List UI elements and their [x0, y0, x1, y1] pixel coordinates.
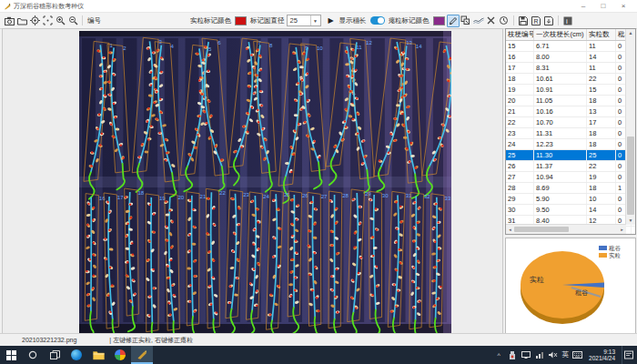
ime-language-indicator[interactable]: 英 — [562, 350, 570, 359]
table-cell: 15 — [587, 85, 616, 95]
zoom-out-icon[interactable] — [66, 15, 79, 27]
table-cell: 20 — [506, 96, 534, 106]
pencil-tool-button[interactable] — [447, 15, 460, 27]
scroll-down-arrow[interactable]: ▼ — [626, 217, 635, 225]
column-header[interactable]: 枝梗编号 — [506, 29, 534, 40]
file-explorer-icon[interactable] — [87, 346, 109, 364]
curve-tool-icon[interactable] — [472, 15, 485, 27]
zoom-in-icon[interactable] — [54, 15, 66, 27]
scroll-left-arrow[interactable]: ◂ — [506, 227, 514, 232]
edge-browser-icon[interactable] — [66, 346, 87, 364]
current-app-icon[interactable] — [131, 346, 153, 364]
table-row[interactable]: 2412.23180 — [506, 139, 635, 150]
blighted-color-swatch[interactable] — [433, 16, 445, 25]
table-row[interactable]: 288.69181 — [506, 183, 635, 194]
table-cell: 11.37 — [534, 161, 587, 171]
svg-text:12: 12 — [366, 40, 372, 46]
toolbar: 编号 实粒标记颜色 标记圆直径 25 ▼ ▶ 显示穗长 瘪粒标记颜色 R i — [0, 13, 637, 29]
table-row[interactable]: 2611.37220 — [506, 161, 635, 172]
column-header[interactable]: 一次枝梗长(cm) — [534, 29, 587, 40]
panicle-photo[interactable]: 1234567891011121314151617181920212223242… — [79, 31, 451, 335]
table-row[interactable]: 295.90100 — [506, 194, 635, 205]
horizontal-scrollbar[interactable]: ◂ ▸ — [506, 224, 626, 234]
export-icon[interactable] — [542, 15, 555, 27]
svg-text:17: 17 — [117, 195, 124, 200]
table-cell: 11.05 — [534, 96, 587, 106]
table-row[interactable]: 178.31110 — [506, 63, 635, 74]
svg-text:33: 33 — [445, 196, 451, 201]
table-row[interactable]: 2311.31180 — [506, 128, 635, 139]
tray-speaker-icon[interactable] — [549, 349, 559, 360]
table-cell: 10 — [587, 194, 616, 204]
target-icon[interactable] — [28, 15, 41, 27]
show-spike-length-toggle[interactable] — [370, 16, 385, 25]
browser-icon[interactable] — [109, 346, 131, 364]
app-window: 万深稻谷穗形粒数考种仪 – □ × 编号 实粒标记颜色 标记圆直径 25 ▼ ▶… — [0, 0, 637, 364]
table-row[interactable]: 1910.91150 — [506, 85, 635, 96]
table-row[interactable]: 2710.94190 — [506, 172, 635, 183]
scroll-up-arrow[interactable]: ▲ — [626, 29, 635, 37]
table-cell: 24 — [506, 139, 534, 149]
table-cell: 27 — [506, 172, 534, 182]
tray-display-icon[interactable] — [521, 349, 531, 360]
tray-network-icon[interactable] — [535, 349, 545, 360]
info-icon[interactable]: i — [561, 15, 574, 27]
blighted-color-label: 瘪粒标记颜色 — [389, 16, 430, 25]
close-button[interactable]: × — [613, 1, 633, 12]
open-folder-icon[interactable] — [15, 15, 28, 27]
vertical-scroll-thumb[interactable] — [627, 136, 634, 215]
tray-chevron-up-icon[interactable]: ^ — [494, 349, 504, 360]
play-button[interactable]: ▶ — [325, 15, 338, 27]
results-table: 枝梗编号一次枝梗长(cm)实粒数秕谷数 156.71110168.0014017… — [505, 28, 636, 235]
table-row[interactable]: 1810.61220 — [506, 74, 635, 85]
table-cell: 10.91 — [534, 85, 587, 95]
delete-tool-icon[interactable] — [485, 15, 498, 27]
svg-text:22: 22 — [219, 190, 226, 196]
clock-time: 9:13 — [589, 349, 615, 355]
tray-usb-icon[interactable] — [508, 349, 518, 360]
scroll-right-arrow[interactable]: ▸ — [618, 227, 626, 232]
table-row[interactable]: 2210.70170 — [506, 117, 635, 128]
taskbar-clock[interactable]: 9:13 2021/4/24 — [589, 349, 615, 361]
circle-diameter-select[interactable]: 25 ▼ — [287, 15, 321, 26]
table-row[interactable]: 2511.30250 — [506, 150, 635, 161]
table-cell: 17 — [587, 117, 616, 127]
table-cell: 25 — [506, 150, 534, 160]
table-row[interactable]: 156.71110 — [506, 41, 635, 52]
table-row[interactable]: 2011.05180 — [506, 96, 635, 106]
column-header[interactable]: 实粒数 — [587, 29, 616, 40]
touch-keyboard-icon[interactable] — [572, 349, 582, 360]
minimize-button[interactable]: – — [573, 1, 593, 12]
legend-label-blighted: 秕谷 — [609, 245, 622, 252]
start-button[interactable] — [0, 346, 22, 364]
vertical-scrollbar[interactable]: ▲ ▼ — [625, 29, 635, 225]
table-cell: 30 — [506, 205, 534, 215]
filled-color-swatch[interactable] — [235, 16, 247, 25]
table-cell: 11.30 — [534, 150, 587, 160]
camera-icon[interactable] — [3, 15, 15, 27]
chevron-down-icon[interactable]: ▼ — [310, 15, 320, 25]
table-cell: 18 — [587, 128, 616, 138]
taskbar: ^ 英 9:13 2021/4/24 — [0, 346, 637, 364]
table-cell: 16 — [506, 52, 534, 62]
table-row[interactable]: 168.00140 — [506, 52, 635, 63]
table-row[interactable]: 2110.16130 — [506, 106, 635, 117]
status-bar: 202103221232.png | 左键修正实粒, 右键修正瘪粒 — [0, 333, 637, 346]
maximize-button[interactable]: □ — [593, 1, 613, 12]
numbering-button[interactable]: 编号 — [87, 16, 101, 25]
toolbar-separator — [513, 15, 514, 25]
copy-region-tool-icon[interactable] — [460, 15, 472, 27]
table-row[interactable]: 309.50140 — [506, 205, 635, 216]
task-view-button[interactable] — [44, 346, 66, 364]
main-area: 1234567891011121314151617181920212223242… — [0, 28, 637, 334]
undo-history-icon[interactable] — [498, 15, 511, 27]
fit-screen-icon[interactable] — [41, 15, 54, 27]
action-center-icon[interactable] — [622, 346, 635, 364]
svg-text:21: 21 — [200, 194, 207, 199]
horizontal-scroll-thumb[interactable] — [514, 227, 569, 232]
save-report-icon[interactable]: R — [530, 15, 542, 27]
save-icon[interactable] — [517, 15, 530, 27]
image-viewer[interactable]: 1234567891011121314151617181920212223242… — [2, 28, 503, 334]
search-button[interactable] — [22, 346, 44, 364]
svg-text:R: R — [533, 18, 538, 25]
